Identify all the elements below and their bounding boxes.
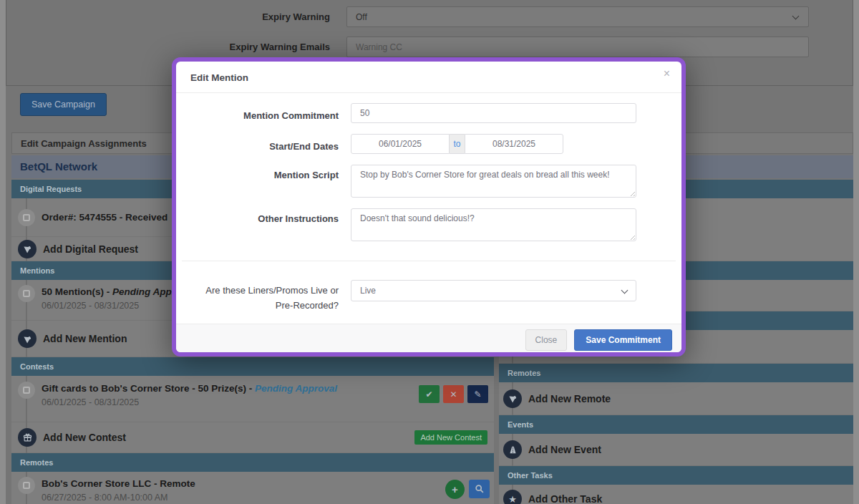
section-remotes: Remotes xyxy=(499,364,853,382)
date-range-separator: to xyxy=(450,134,465,154)
expiry-warning-label: Expiry Warning xyxy=(6,11,330,22)
modal-body: Mention Commitment Start/End Dates to Me… xyxy=(176,93,681,324)
approve-button[interactable]: ✔ xyxy=(419,385,440,403)
remote-row: Bob's Corner Store LLC - Remote 06/27/20… xyxy=(11,472,494,504)
other-instructions-label: Other Instructions xyxy=(176,208,339,241)
mention-commitment-input[interactable] xyxy=(351,103,636,123)
add-new-mention-label: Add New Mention xyxy=(43,333,127,344)
section-contests: Contests xyxy=(11,357,494,376)
add-other-task-row[interactable]: ★ Add Other Task xyxy=(499,485,853,504)
search-icon[interactable] xyxy=(469,480,490,498)
modal-title: Edit Mention xyxy=(190,72,248,83)
section-events: Events xyxy=(499,415,853,434)
remote-dates: 06/27/2025 - 8:00 AM-10:00 AM xyxy=(42,493,195,503)
add-new-contest-label: Add New Contest xyxy=(43,432,126,443)
status-circle-icon xyxy=(18,285,35,302)
modal-footer: Close Save Commitment xyxy=(176,324,681,356)
mention-script-label: Mention Script xyxy=(176,165,339,198)
close-icon[interactable]: × xyxy=(664,68,670,79)
start-date-input[interactable] xyxy=(351,134,450,154)
plus-icon[interactable]: + xyxy=(445,480,465,499)
live-prerecorded-select[interactable]: Live xyxy=(351,280,636,301)
contest-dates: 06/01/2025 - 08/31/2025 xyxy=(42,397,337,407)
edit-button[interactable]: ✎ xyxy=(467,385,488,403)
start-end-dates-label: Start/End Dates xyxy=(176,134,339,154)
section-other-tasks: Other Tasks xyxy=(499,466,853,485)
add-new-contest-button[interactable]: Add New Contest xyxy=(414,430,487,445)
end-date-input[interactable] xyxy=(465,134,563,154)
live-prerecorded-label: Are these Liners/Promos Live or Pre-Reco… xyxy=(176,280,339,313)
expiry-warning-emails-field-wrap xyxy=(346,37,809,57)
add-other-task-label: Add Other Task xyxy=(528,493,602,504)
add-new-event-label: Add New Event xyxy=(528,444,601,455)
road-icon xyxy=(503,440,522,459)
megaphone-icon xyxy=(18,240,37,258)
star-icon: ★ xyxy=(503,490,522,504)
digital-request-title: Order#: 5474555 - Received xyxy=(42,210,168,225)
chevron-down-icon xyxy=(792,13,800,20)
remote-title: Bob's Corner Store LLC - Remote xyxy=(42,478,195,489)
expiry-warning-value: Off xyxy=(356,12,367,22)
edit-mention-modal: Edit Mention × Mention Commitment Start/… xyxy=(172,57,686,357)
reject-button[interactable]: ✕ xyxy=(443,385,464,403)
contest-title: Gift cards to Bob's Corner Store - 50 Pr… xyxy=(42,383,337,394)
section-remotes: Remotes xyxy=(11,453,494,472)
expiry-warning-emails-input[interactable] xyxy=(356,37,800,57)
live-prerecorded-value: Live xyxy=(360,286,376,296)
expiry-warning-emails-label: Expiry Warning Emails xyxy=(6,42,330,52)
status-circle-icon xyxy=(18,477,35,494)
status-circle-icon xyxy=(18,382,35,399)
mention-commitment-label: Mention Commitment xyxy=(176,103,339,123)
megaphone-icon xyxy=(18,329,37,348)
add-digital-request-label: Add Digital Request xyxy=(43,243,138,255)
add-new-remote-label: Add New Remote xyxy=(528,393,611,404)
add-new-contest-row[interactable]: Add New Contest Add New Contest xyxy=(11,422,494,453)
contest-row: Gift cards to Bob's Corner Store - 50 Pr… xyxy=(11,376,494,422)
close-button[interactable]: Close xyxy=(525,329,568,351)
other-instructions-textarea[interactable]: Doesn't that sound delicious!? xyxy=(351,208,636,241)
status-circle-icon xyxy=(18,209,35,226)
add-new-remote-row[interactable]: Add New Remote xyxy=(499,382,853,415)
megaphone-icon xyxy=(503,389,522,408)
mention-script-textarea[interactable]: Stop by Bob's Corner Store for great dea… xyxy=(351,165,636,198)
add-new-event-row[interactable]: Add New Event xyxy=(499,434,853,466)
modal-header: Edit Mention × xyxy=(176,62,681,93)
page: Expiry Warning Off Expiry Warning Emails… xyxy=(0,0,859,504)
modal-divider xyxy=(182,261,676,261)
expiry-warning-select[interactable]: Off xyxy=(346,6,809,27)
chevron-down-icon xyxy=(621,287,629,294)
save-campaign-button[interactable]: Save Campaign xyxy=(20,93,107,116)
contest-status: Pending Approval xyxy=(255,383,337,394)
save-commitment-button[interactable]: Save Commitment xyxy=(574,329,672,351)
gift-icon xyxy=(18,428,37,447)
